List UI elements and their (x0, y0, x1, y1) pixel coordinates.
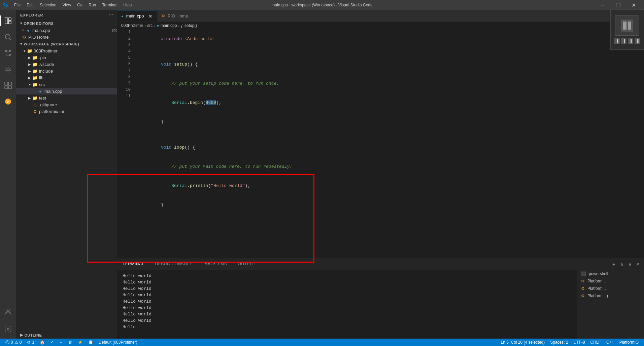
line-numbers: 1 2 3 4 5 6 7 8 9 10 11 (117, 29, 133, 258)
maximize-panel-button[interactable]: ∧ (618, 261, 625, 268)
minimize-panel-button[interactable]: ∨ (626, 261, 633, 268)
toolbar-main-icon (620, 19, 634, 32)
status-position[interactable]: Ln 5, Col 20 (4 selected) (498, 339, 547, 346)
debug-activity-icon[interactable] (0, 61, 16, 77)
menu-terminal[interactable]: Terminal (99, 2, 120, 8)
explorer-title: EXPLORER (20, 13, 43, 17)
panel-tab-output[interactable]: OUTPUT (233, 258, 261, 270)
folder-src[interactable]: ▾ 📁 src (16, 81, 117, 88)
menu-file[interactable]: File (11, 2, 23, 8)
breadcrumb-maincpp[interactable]: main.cpp (161, 23, 177, 28)
status-encoding[interactable]: UTF-8 (571, 339, 588, 346)
tab-main-cpp[interactable]: ● main.cpp ✕ (117, 10, 158, 22)
explorer-activity-icon[interactable] (0, 13, 16, 29)
menu-run[interactable]: Run (86, 2, 99, 8)
breadcrumb-setup[interactable]: setup() (184, 23, 197, 28)
status-serial[interactable]: 📋 (86, 339, 96, 346)
status-platformio[interactable]: PlatformIO (617, 339, 641, 346)
toolbar-small-icon-2[interactable]: ▐ (621, 38, 626, 44)
panel-tab-problems[interactable]: PROBLEMS (198, 258, 233, 270)
open-editor-pio-home[interactable]: ⚙ PIO Home (16, 34, 117, 40)
toolbar-small-icon-3[interactable]: ▐ (628, 38, 633, 44)
setup-comment: // put your setup code here, to run once… (161, 81, 279, 86)
menu-edit[interactable]: Edit (24, 2, 36, 8)
big-toolbar-button[interactable] (615, 15, 639, 36)
code-line-10: Serial.println("Hello world"); (135, 176, 643, 195)
panel-tab-debug-console[interactable]: DEBUG CONSOLE (150, 258, 198, 270)
svg-point-10 (7, 68, 9, 71)
folder-include[interactable]: ▶ 📁 include (16, 68, 117, 74)
status-eol[interactable]: CRLF (588, 339, 604, 346)
new-file-icon[interactable]: ⋯ (109, 13, 113, 17)
terminal-session-platform1[interactable]: ⚙ Platform... (577, 277, 644, 285)
file-main-cpp[interactable]: ● main.cpp (16, 88, 117, 94)
status-default-env[interactable]: Default (003Protimer) (96, 339, 140, 346)
tab-pio-home[interactable]: ⚙ PIO Home (158, 10, 198, 22)
open-editors-section[interactable]: ▾ OPEN EDITORS (16, 20, 117, 27)
maximize-button[interactable]: ❐ (610, 0, 626, 10)
panel-tab-terminal[interactable]: TERMINAL (117, 258, 150, 270)
terminal-line-5: Hello world (123, 298, 571, 305)
close-button[interactable]: ✕ (626, 0, 641, 10)
void-kw-setup: void (161, 62, 174, 67)
scm-activity-icon[interactable] (0, 45, 16, 61)
menu-selection[interactable]: Selection (37, 2, 59, 8)
status-errors[interactable]: ⓪ 0 ⚠ 0 (3, 339, 24, 346)
menu-bar[interactable]: File Edit Selection View Go Run Terminal… (11, 2, 134, 8)
file-gitignore-label: .gitignore (39, 102, 117, 107)
folder-vscode[interactable]: ▶ 📁 .vscode (16, 61, 117, 68)
settings-activity-icon[interactable] (0, 321, 16, 337)
workspace-section[interactable]: ▾ WORKSPACE (WORKSPACE) (16, 40, 117, 47)
folder-pio[interactable]: ▶ 📁 .pio (16, 54, 117, 61)
menu-go[interactable]: Go (74, 2, 85, 8)
extensions-activity-icon[interactable] (0, 77, 16, 93)
file-platformio-ini[interactable]: ⚙ platformio.ini (16, 108, 117, 115)
panel-actions[interactable]: + ∧ ∨ ✕ (610, 258, 644, 270)
folder-003protimer[interactable]: ▾ 📁 003Protimer (16, 47, 117, 54)
status-delete[interactable]: 🗑 (66, 339, 75, 346)
status-spaces[interactable]: Spaces: 2 (547, 339, 571, 346)
status-check[interactable]: ✓ (47, 339, 56, 346)
sidebar: EXPLORER ⋯ ▾ OPEN EDITORS ✕ ● main.cpp s… (16, 10, 117, 339)
pio-activity-icon[interactable]: P (0, 93, 16, 110)
terminal-icon: ⬛ (581, 271, 586, 276)
code-content[interactable]: #include <Arduino.h> void setup() { // p… (133, 29, 644, 258)
close-panel-button[interactable]: ✕ (635, 261, 641, 268)
toolbar-small-icon-4[interactable]: ▐ (635, 38, 640, 44)
breadcrumb-003protimer[interactable]: 003Protimer (121, 23, 143, 28)
add-terminal-button[interactable]: + (610, 261, 617, 268)
folder-lib[interactable]: ▶ 📁 lib (16, 74, 117, 81)
file-gitignore[interactable]: ◇ .gitignore (16, 101, 117, 108)
close-icon[interactable]: ✕ (22, 29, 24, 32)
language-label: C++ (606, 340, 614, 345)
terminal-session-platform2-label: Platform... (587, 286, 606, 291)
code-editor[interactable]: 1 2 3 4 5 6 7 8 9 10 11 #include <Arduin… (117, 29, 644, 258)
file-main-cpp-label: main.cpp (44, 89, 117, 94)
menu-view[interactable]: View (60, 2, 74, 8)
account-activity-icon[interactable] (0, 304, 16, 320)
outline-section[interactable]: ▶ OUTLINE (16, 332, 117, 339)
status-flash[interactable]: ⚡ (75, 339, 86, 346)
svg-line-4 (10, 39, 12, 41)
window-controls[interactable]: ─ ❐ ✕ (595, 0, 641, 10)
tab-close-icon[interactable]: ✕ (148, 13, 153, 19)
terminal-session-platform2[interactable]: ⚙ Platform... (577, 285, 644, 292)
status-sync[interactable]: → (56, 339, 66, 346)
terminal-session-powershell[interactable]: ⬛ powershell (577, 270, 644, 277)
terminal-output[interactable]: Hello world Hello world Hello world Hell… (117, 270, 577, 339)
status-home[interactable]: 🏠 (37, 339, 47, 346)
ln8: 8 (117, 74, 131, 80)
terminal-session-platform3[interactable]: ⚙ Platform... ( (577, 292, 644, 300)
menu-help[interactable]: Help (121, 2, 135, 8)
status-bar: ⓪ 0 ⚠ 0 ⚙ 1 🏠 ✓ → 🗑 ⚡ 📋 Default (003Prot… (0, 339, 644, 346)
open-editor-main-cpp[interactable]: ✕ ● main.cpp src (16, 27, 117, 34)
test-chevron: ▶ (27, 96, 32, 100)
folder-test[interactable]: ▶ 📁 test (16, 94, 117, 101)
toolbar-small-icon-1[interactable]: ▐ (614, 38, 620, 44)
search-activity-icon[interactable] (0, 29, 16, 45)
breadcrumb-src[interactable]: src (147, 23, 152, 28)
status-tasks[interactable]: ⚙ 1 (24, 339, 37, 346)
sidebar-header-actions[interactable]: ⋯ (109, 13, 113, 17)
minimize-button[interactable]: ─ (595, 0, 610, 10)
status-language[interactable]: C++ (604, 339, 617, 346)
